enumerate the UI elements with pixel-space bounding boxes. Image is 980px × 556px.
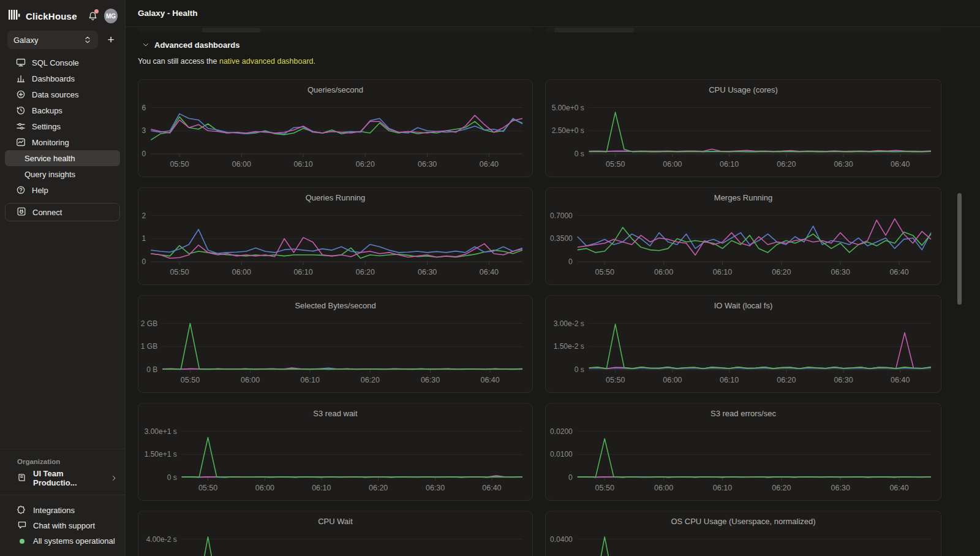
sidebar-item-backups[interactable]: Backups (0, 102, 125, 118)
svg-text:06:20: 06:20 (777, 160, 796, 169)
advanced-dashboards-toggle[interactable]: Advanced dashboards (142, 39, 980, 51)
chart-plot[interactable]: 0 B1 GB2 GB05:5006:0006:1006:2006:3006:4… (138, 295, 532, 392)
svg-text:1 GB: 1 GB (141, 342, 157, 351)
chart-plot[interactable]: 00.35000.700005:5006:0006:1006:2006:3006… (546, 188, 941, 284)
sidebar-item-query-insights[interactable]: Query insights (5, 166, 120, 182)
advanced-dashboard-note: You can still access the native advanced… (138, 57, 980, 68)
svg-text:06:00: 06:00 (232, 160, 251, 169)
svg-text:06:40: 06:40 (891, 160, 910, 169)
system-status-link[interactable]: All systems operational (7, 533, 118, 549)
integrations-icon (17, 505, 27, 516)
main-content: Galaxy - Health Advanced dashboards You … (126, 0, 980, 556)
page-title: Galaxy - Health (138, 9, 198, 18)
svg-text:06:10: 06:10 (293, 268, 312, 276)
svg-text:0.3500: 0.3500 (550, 234, 573, 243)
series-green (182, 438, 522, 478)
series-green (182, 537, 522, 556)
sidebar: ClickHouse MG Galaxy + SQL Console (0, 0, 126, 556)
series-green (578, 439, 931, 478)
sidebar-item-monitoring[interactable]: Monitoring (0, 134, 125, 150)
backups-icon (16, 105, 26, 115)
svg-text:06:40: 06:40 (889, 268, 908, 276)
svg-text:06:20: 06:20 (361, 376, 380, 384)
svg-text:06:40: 06:40 (482, 484, 501, 492)
svg-text:06:20: 06:20 (777, 376, 796, 384)
chart-plot[interactable]: 03605:5006:0006:1006:2006:3006:40 (138, 80, 532, 177)
svg-text:06:00: 06:00 (663, 160, 682, 169)
dashboards-icon (16, 74, 26, 83)
sidebar-item-settings[interactable]: Settings (0, 118, 125, 134)
sidebar-item-service-health[interactable]: Service health (5, 150, 120, 166)
app-root: ClickHouse MG Galaxy + SQL Console (0, 0, 980, 556)
connect-button[interactable]: Connect (5, 203, 120, 221)
avatar[interactable]: MG (104, 9, 118, 23)
svg-text:3.00e-2 s: 3.00e-2 s (554, 319, 584, 328)
svg-text:05:50: 05:50 (170, 160, 189, 169)
chart-plot[interactable]: 00.01000.020005:5006:0006:1006:2006:3006… (546, 403, 941, 500)
svg-text:1.50e-2 s: 1.50e-2 s (554, 342, 584, 351)
series-green (589, 112, 931, 152)
svg-text:06:40: 06:40 (891, 376, 910, 384)
svg-text:0: 0 (568, 473, 573, 482)
series-magenta (589, 333, 931, 369)
chart-panel: CPU Wait0 s2.00e-2 s4.00e-2 s05:5006:000… (138, 511, 533, 556)
chart-plot[interactable]: 0 s1.50e+1 s3.00e+1 s05:5006:0006:1006:2… (138, 403, 532, 500)
status-green-dot (20, 539, 24, 544)
chart-panel: Queries Running01205:5006:0006:1006:2006… (138, 187, 533, 285)
svg-text:05:50: 05:50 (606, 376, 625, 384)
data-sources-icon (16, 89, 26, 99)
sidebar-item-data-sources[interactable]: Data sources (0, 86, 125, 102)
sidebar-item-sql-console[interactable]: SQL Console (0, 55, 125, 70)
workspace-row: Galaxy + (7, 31, 118, 49)
sidebar-item-help[interactable]: Help (0, 182, 125, 198)
svg-text:06:20: 06:20 (356, 268, 375, 276)
add-service-button[interactable]: + (104, 33, 118, 47)
organization-switcher[interactable]: UI Team Productio... (7, 470, 118, 486)
page-header: Galaxy - Health (126, 0, 980, 27)
svg-text:06:10: 06:10 (720, 376, 739, 384)
chart-plot[interactable]: 0 s2.00e-2 s4.00e-2 s05:5006:0006:1006:2… (138, 511, 532, 556)
svg-text:1.50e+1 s: 1.50e+1 s (145, 450, 177, 459)
series-magenta (589, 149, 931, 151)
svg-text:06:40: 06:40 (480, 268, 499, 276)
chart-panel: IO Wait (local fs)0 s1.50e-2 s3.00e-2 s0… (545, 295, 941, 393)
svg-text:0.0200: 0.0200 (550, 427, 573, 436)
chevron-updown-icon (83, 36, 92, 44)
svg-text:06:00: 06:00 (663, 376, 682, 384)
series-green (578, 227, 931, 253)
svg-text:06:30: 06:30 (418, 268, 437, 276)
service-selector[interactable]: Galaxy (7, 31, 98, 49)
vertical-scrollbar-thumb[interactable] (957, 193, 962, 305)
svg-text:0: 0 (142, 150, 146, 158)
svg-text:06:10: 06:10 (301, 376, 320, 384)
sidebar-item-chat-support[interactable]: Chat with support (7, 518, 118, 533)
clipped-panel-left (138, 28, 533, 32)
svg-text:06:10: 06:10 (293, 160, 312, 169)
svg-text:06:40: 06:40 (480, 376, 499, 384)
svg-text:06:40: 06:40 (889, 484, 908, 492)
svg-text:05:50: 05:50 (606, 160, 625, 169)
svg-text:06:40: 06:40 (480, 160, 499, 169)
sidebar-item-dashboards[interactable]: Dashboards (0, 70, 125, 86)
chart-panel: CPU Usage (cores)0 s2.50e+0 s5.00e+0 s05… (545, 79, 941, 177)
connect-icon (17, 207, 26, 218)
notification-dot (94, 9, 99, 13)
help-icon (16, 185, 26, 195)
svg-text:06:20: 06:20 (772, 268, 791, 276)
sidebar-header: ClickHouse MG (7, 7, 118, 25)
series-blue (151, 229, 522, 253)
service-selector-value: Galaxy (13, 36, 83, 45)
svg-text:06:30: 06:30 (834, 160, 853, 169)
sidebar-item-integrations[interactable]: Integrations (7, 503, 118, 518)
section-title: Advanced dashboards (154, 40, 239, 50)
chart-plot[interactable]: 00.02000.040005:5006:0006:1006:2006:3006… (546, 511, 941, 556)
chart-plot[interactable]: 0 s1.50e-2 s3.00e-2 s05:5006:0006:1006:2… (546, 295, 941, 392)
chart-plot[interactable]: 01205:5006:0006:1006:2006:3006:40 (138, 188, 532, 284)
organization-section: Organization UI Team Productio... (0, 449, 125, 495)
native-dashboard-link[interactable]: native advanced dashboard. (219, 57, 315, 66)
notifications-button[interactable] (87, 9, 99, 23)
svg-text:06:10: 06:10 (312, 484, 331, 492)
chat-icon (17, 520, 27, 531)
chart-plot[interactable]: 0 s2.50e+0 s5.00e+0 s05:5006:0006:1006:2… (546, 80, 941, 177)
clipped-panels-row (138, 28, 980, 32)
